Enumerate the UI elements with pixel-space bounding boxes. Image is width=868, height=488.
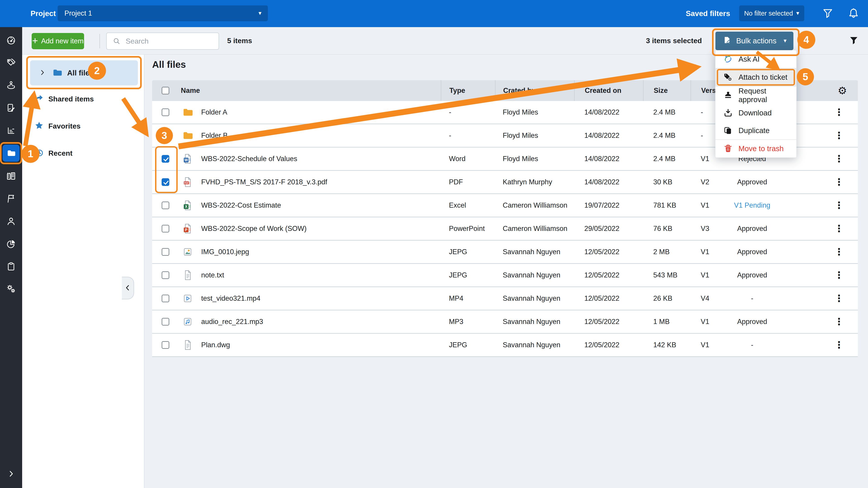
file-type: JEPG <box>441 248 495 256</box>
audio-file-icon <box>182 316 193 327</box>
table-row[interactable]: PDF FVHD_PS-TM_S/S 2017-F 2018_v.3.pdf P… <box>152 171 858 194</box>
table-row[interactable]: P WBS-2022-Scope of Work (SOW) PowerPoin… <box>152 217 858 240</box>
rail-item-files[interactable] <box>2 144 20 162</box>
page-title: All files <box>152 59 186 70</box>
file-size: 30 KB <box>643 178 690 186</box>
rail-item-analytics[interactable] <box>2 235 20 253</box>
table-row[interactable]: note.txt JEPG Savannah Nguyen 12/05/2022… <box>152 264 858 287</box>
sidebar-collapse-button[interactable] <box>122 277 134 299</box>
sidebar-item-shared-items[interactable]: Shared items <box>34 90 138 108</box>
column-header-created-on[interactable]: Created on <box>574 80 643 101</box>
rail-item-clipboard[interactable] <box>2 258 20 275</box>
kebab-menu-icon[interactable]: ⋮ <box>831 294 847 303</box>
kebab-menu-icon[interactable]: ⋮ <box>831 201 847 210</box>
add-new-item-button[interactable]: + Add new item <box>32 33 84 49</box>
bulk-actions-button[interactable]: Bulk actions ▼ <box>715 32 794 50</box>
project-select[interactable]: Project 1 ▼ <box>58 5 268 21</box>
row-checkbox[interactable] <box>162 201 169 209</box>
file-size: 26 KB <box>643 294 690 302</box>
table-row[interactable]: audio_rec_221.mp3 MP3 Savannah Nguyen 12… <box>152 311 858 334</box>
site-person-icon <box>6 80 16 90</box>
chevron-right-icon[interactable] <box>39 69 46 77</box>
kebab-menu-icon[interactable]: ⋮ <box>831 177 847 187</box>
column-header-name[interactable]: Name <box>179 80 441 101</box>
created-by: Savannah Nguyen <box>495 271 574 279</box>
approval-status: - <box>715 294 789 302</box>
rail-item-tags[interactable] <box>2 55 20 72</box>
row-checkbox[interactable] <box>162 248 169 256</box>
menu-item-move-to-trash[interactable]: Move to trash <box>715 139 796 158</box>
items-count: 5 items <box>227 27 252 54</box>
table-row[interactable]: IMG_0010.jepg JEPG Savannah Nguyen 12/05… <box>152 240 858 264</box>
row-checkbox[interactable] <box>162 295 169 302</box>
filter-icon[interactable] <box>820 0 836 27</box>
rail-item-flags[interactable] <box>2 190 20 207</box>
sidebar-item-recent[interactable]: Recent <box>34 144 138 163</box>
rail-expand-button[interactable] <box>2 466 20 483</box>
row-checkbox[interactable] <box>162 341 169 349</box>
kebab-menu-icon[interactable]: ⋮ <box>831 270 847 280</box>
rail-item-site[interactable] <box>2 76 20 94</box>
kebab-menu-icon[interactable]: ⋮ <box>831 224 847 233</box>
column-header-version[interactable]: Vers <box>690 80 715 101</box>
column-header-type[interactable]: Type <box>441 80 495 101</box>
menu-item-request-approval[interactable]: Request approval <box>715 86 796 104</box>
file-version: V1 <box>690 201 715 209</box>
filter-icon[interactable] <box>848 35 859 47</box>
document-pencil-icon <box>722 36 732 46</box>
sidebar-item-favorites[interactable]: Favorites <box>34 117 138 135</box>
ppt-file-icon: P <box>182 223 193 234</box>
menu-item-label: Move to trash <box>739 144 784 153</box>
buildings-icon <box>6 171 16 181</box>
rail-item-dashboard[interactable] <box>2 32 20 49</box>
menu-item-duplicate[interactable]: Duplicate <box>715 122 796 139</box>
row-checkbox[interactable] <box>162 108 169 116</box>
row-checkbox[interactable] <box>162 318 169 326</box>
bell-icon[interactable] <box>846 0 862 27</box>
select-all-checkbox[interactable] <box>162 87 169 94</box>
menu-item-attach-to-ticket[interactable]: Attach to ticket <box>715 68 796 86</box>
rail-item-users[interactable] <box>2 213 20 230</box>
plus-icon: + <box>32 36 38 46</box>
rail-item-company[interactable] <box>2 167 20 185</box>
kebab-menu-icon[interactable]: ⋮ <box>831 107 847 117</box>
column-header-created-by[interactable]: Crated by <box>495 80 574 101</box>
duplicate-icon <box>715 126 733 135</box>
kebab-menu-icon[interactable]: ⋮ <box>831 247 847 257</box>
search-input[interactable] <box>125 37 212 46</box>
created-on: 12/05/2022 <box>574 318 643 326</box>
kebab-menu-icon[interactable]: ⋮ <box>831 131 847 140</box>
file-name: FVHD_PS-TM_S/S 2017-F 2018_v.3.pdf <box>201 178 327 186</box>
saved-filters-label: Saved filters <box>686 0 730 27</box>
sidebar: All files Shared items Favorites Recent <box>22 55 145 488</box>
search-icon <box>113 37 121 45</box>
created-by: Savannah Nguyen <box>495 318 574 326</box>
gear-icon[interactable]: ⚙ <box>838 86 847 96</box>
kebab-menu-icon[interactable]: ⋮ <box>831 317 847 326</box>
menu-item-label: Download <box>739 109 772 117</box>
column-header-size[interactable]: Size <box>643 80 690 101</box>
menu-item-ask-ai[interactable]: Ask AI <box>715 51 796 68</box>
table-row[interactable]: Plan.dwg JEPG Savannah Nguyen 12/05/2022… <box>152 334 858 357</box>
row-checkbox[interactable] <box>162 155 169 163</box>
kebab-menu-icon[interactable]: ⋮ <box>831 340 847 350</box>
created-by: Savannah Nguyen <box>495 248 574 256</box>
annotation-badge-4: 4 <box>797 31 815 49</box>
menu-item-download[interactable]: Download <box>715 104 796 122</box>
row-checkbox[interactable] <box>162 271 169 279</box>
row-checkbox[interactable] <box>162 178 169 186</box>
approval-status: - <box>715 341 789 349</box>
rail-item-stats[interactable] <box>2 122 20 139</box>
sidebar-item-all-files[interactable]: All files <box>30 60 138 86</box>
saved-filter-select[interactable]: No filter selected ▼ <box>739 5 804 21</box>
rail-item-reports[interactable] <box>2 99 20 117</box>
table-row[interactable]: X WBS-2022-Cost Estimate Excel Cameron W… <box>152 194 858 217</box>
file-version: V3 <box>690 225 715 233</box>
created-by: Cameron Williamson <box>495 225 574 233</box>
table-row[interactable]: test_video321.mp4 MP4 Savannah Nguyen 12… <box>152 287 858 311</box>
chevron-down-icon: ▼ <box>257 10 262 16</box>
file-type: Word <box>441 155 495 163</box>
kebab-menu-icon[interactable]: ⋮ <box>831 154 847 164</box>
rail-item-settings[interactable] <box>2 281 20 297</box>
row-checkbox[interactable] <box>162 225 169 232</box>
